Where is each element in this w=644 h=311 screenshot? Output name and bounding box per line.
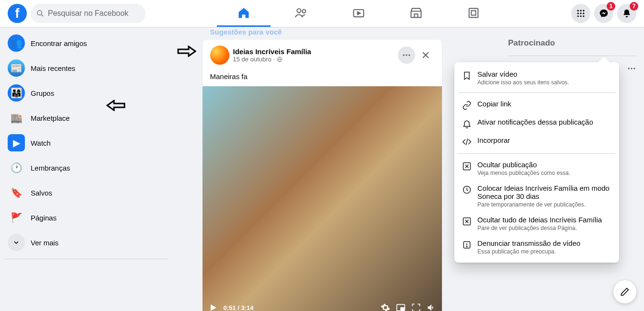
- pages-icon: 🚩: [8, 209, 25, 226]
- sidebar-item-recent[interactable]: 📰 Mais recentes: [4, 56, 169, 81]
- svg-point-3: [302, 10, 305, 13]
- svg-point-9: [583, 10, 584, 12]
- menu-item-title: Ocultar publicação: [477, 161, 611, 169]
- notifications-button[interactable]: 7: [617, 4, 636, 23]
- sidebar-item-label: Ver mais: [31, 239, 58, 247]
- menu-item-sub: Pare de ver publicações dessa Página.: [477, 225, 611, 231]
- sidebar-item-pages[interactable]: 🚩 Páginas: [4, 205, 169, 230]
- menu-item-sub: Essa publicação me preocupa.: [477, 248, 611, 255]
- menu-copy-link[interactable]: Copiar link: [458, 96, 615, 114]
- post-video[interactable]: 0:51 / 3:14: [203, 86, 442, 311]
- sidebar-item-memories[interactable]: 🕐 Lembranças: [4, 155, 169, 180]
- fullscreen-icon[interactable]: [411, 303, 421, 311]
- report-icon: [462, 240, 472, 250]
- sidebar-item-label: Mais recentes: [31, 64, 75, 72]
- watch-icon: ▶: [8, 134, 25, 151]
- svg-point-2: [297, 9, 301, 12]
- svg-line-1: [41, 14, 43, 16]
- notifications-badge: 7: [630, 2, 638, 11]
- menu-enable-notifications[interactable]: Ativar notificações dessa publicação: [458, 114, 615, 132]
- post-options-menu: Salvar vídeo Adicione isso aos seus iten…: [454, 62, 619, 263]
- post-header: Ideias Incríveis Família 15 de outubro ·: [203, 40, 442, 70]
- video-controls: 0:51 / 3:14: [203, 299, 442, 311]
- menu-hide-all[interactable]: Ocultar tudo de Ideias Incríveis Família…: [458, 212, 615, 235]
- svg-point-17: [403, 54, 404, 56]
- link-icon: [462, 101, 472, 110]
- divider: [508, 56, 636, 56]
- messenger-icon: [599, 9, 609, 18]
- menu-item-title: Ocultar tudo de Ideias Incríveis Família: [477, 216, 611, 224]
- more-icon: [402, 50, 411, 60]
- gaming-icon: [467, 6, 480, 20]
- svg-point-14: [580, 15, 581, 17]
- svg-point-39: [633, 68, 635, 69]
- more-icon[interactable]: [627, 64, 636, 73]
- menu-item-title: Copiar link: [477, 100, 611, 108]
- video-time: 0:51 / 3:14: [224, 304, 254, 311]
- sidebar-item-groups[interactable]: 👨‍👩‍👧 Grupos: [4, 81, 169, 105]
- menu-embed[interactable]: Incorporar: [458, 132, 615, 150]
- menu-snooze[interactable]: Colocar Ideias Incríveis Família em modo…: [458, 180, 615, 212]
- sidebar-item-label: Grupos: [31, 89, 54, 97]
- recent-icon: 📰: [8, 59, 25, 77]
- post-more-button[interactable]: [398, 46, 415, 64]
- avatar[interactable]: [210, 46, 229, 65]
- menu-save-video[interactable]: Salvar vídeo Adicione isso aos seus iten…: [458, 66, 615, 90]
- messenger-badge: 1: [607, 2, 615, 11]
- divider: [4, 259, 169, 259]
- tab-watch[interactable]: [332, 0, 385, 27]
- menu-button[interactable]: [571, 4, 590, 23]
- friends-icon: [294, 6, 308, 20]
- sidebar-item-more[interactable]: Ver mais: [4, 230, 169, 255]
- play-icon[interactable]: [208, 303, 218, 311]
- edit-icon: [620, 287, 630, 297]
- volume-icon[interactable]: [427, 303, 436, 311]
- sidebar-item-label: Lembranças: [31, 164, 70, 172]
- svg-point-11: [580, 12, 581, 14]
- groups-icon: 👨‍👩‍👧: [8, 84, 25, 102]
- top-header: f Pesquisar no Facebook 1 7: [0, 0, 644, 27]
- sidebar-item-saved[interactable]: 🔖 Salvos: [4, 180, 169, 205]
- post-close-button[interactable]: [417, 46, 434, 64]
- menu-report[interactable]: Denunciar transmissão de vídeo Essa publ…: [458, 235, 615, 259]
- settings-icon[interactable]: [381, 303, 390, 311]
- svg-point-8: [580, 10, 581, 12]
- home-icon: [237, 6, 250, 20]
- svg-rect-5: [469, 8, 478, 17]
- svg-rect-23: [401, 308, 404, 310]
- tab-home[interactable]: [217, 0, 271, 27]
- pip-icon[interactable]: [396, 303, 406, 311]
- menu-item-title: Ativar notificações dessa publicação: [477, 118, 611, 126]
- tab-gaming[interactable]: [447, 0, 500, 27]
- bell-icon: [622, 9, 632, 18]
- menu-item-sub: Veja menos publicações como essa.: [477, 170, 611, 176]
- post-text: Maneiras fa: [203, 70, 442, 86]
- memories-icon: 🕐: [8, 159, 25, 176]
- header-right: 1 7: [571, 4, 636, 23]
- post-meta: Ideias Incríveis Família 15 de outubro ·: [233, 47, 394, 63]
- search-icon: [36, 10, 44, 17]
- feed: Sugestões para você Ideias Incríveis Fam…: [203, 24, 442, 311]
- svg-point-38: [631, 68, 632, 69]
- tab-friends[interactable]: [274, 0, 328, 27]
- hide-icon: [462, 161, 472, 171]
- annotation-arrow-left: [106, 100, 125, 111]
- sidebar-item-marketplace[interactable]: 🏬 Marketplace: [4, 105, 169, 130]
- post-actions: [398, 46, 434, 64]
- tab-marketplace[interactable]: [389, 0, 443, 27]
- sidebar-item-watch[interactable]: ▶ Watch: [4, 130, 169, 155]
- sidebar-item-label: Watch: [31, 139, 51, 147]
- sidebar-item-label: Encontrar amigos: [31, 39, 87, 47]
- messenger-button[interactable]: 1: [594, 4, 613, 23]
- search-input[interactable]: Pesquisar no Facebook: [31, 4, 146, 23]
- friends-icon: 👥: [8, 35, 25, 52]
- sidebar-item-find-friends[interactable]: 👥 Encontrar amigos: [4, 31, 169, 56]
- chevron-down-icon: [8, 234, 25, 251]
- post-author[interactable]: Ideias Incríveis Família: [233, 47, 394, 56]
- new-message-button[interactable]: [613, 280, 636, 303]
- separator: ·: [273, 56, 275, 63]
- menu-hide-post[interactable]: Ocultar publicação Veja menos publicaçõe…: [458, 157, 615, 180]
- sidebar-left: 👥 Encontrar amigos 📰 Mais recentes 👨‍👩‍👧…: [0, 27, 172, 267]
- facebook-logo[interactable]: f: [8, 4, 27, 23]
- sidebar-item-label: Páginas: [31, 214, 56, 222]
